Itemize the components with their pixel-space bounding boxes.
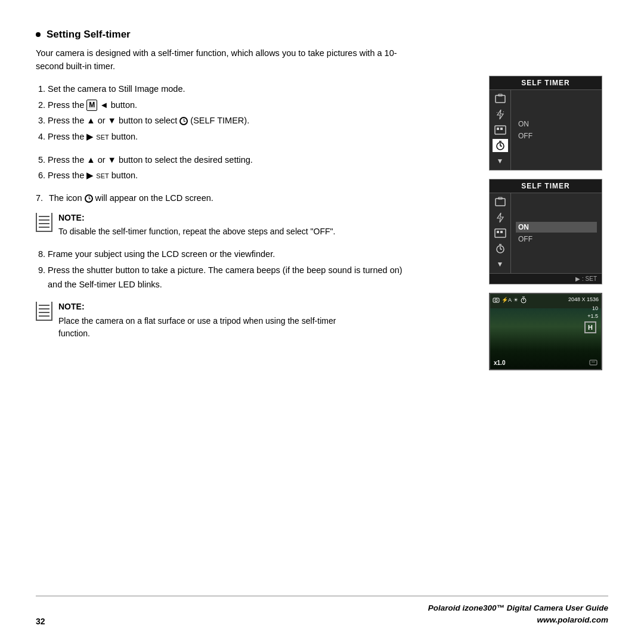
brand-website: www.polaroid.com (428, 614, 608, 626)
steps-list-2: Press the ▲ or ▼ button to select the de… (36, 153, 477, 183)
self-timer-icon-2 (85, 194, 93, 203)
note-1-content: NOTE: To disable the self-timer function… (58, 212, 335, 239)
icon-timer-2 (493, 242, 508, 255)
note-2-text: Place the camera on a flat surface or us… (58, 315, 370, 340)
lcd-number: 10 (587, 305, 598, 312)
bullet-icon (36, 32, 41, 37)
icon-flash-2 (493, 211, 508, 224)
lcd-zoom: x1.0 (494, 360, 505, 366)
step-4: Press the ▶ SET button. (48, 129, 477, 144)
step-5: Press the ▲ or ▼ button to select the de… (48, 153, 477, 168)
brand-name: Polaroid izone300™ Digital Camera User G… (428, 602, 608, 614)
note-2-line-4 (39, 315, 49, 317)
lcd-camera-icon (493, 297, 500, 303)
intro-paragraph: Your camera is designed with a self-time… (36, 47, 405, 73)
svg-marker-14 (497, 213, 503, 222)
note-1-text: To disable the self-timer function, repe… (58, 225, 335, 239)
steps-8-9: Frame your subject using the LCD screen … (36, 247, 405, 292)
note-2-box: NOTE: Place the camera on a flat surface… (36, 301, 370, 340)
lcd-preview: ⚡A ☀ 2048 X 1536 10 +1.5 H x1.0 (489, 293, 602, 370)
lcd-wb-icon: ☀ (513, 297, 518, 303)
note-1-title: NOTE: (58, 212, 335, 225)
right-column: SELF TIMER (489, 76, 608, 370)
panel-2-option-off: OFF (516, 234, 597, 244)
svg-rect-12 (496, 199, 505, 206)
lcd-res-text: 2048 X 1536 (568, 296, 599, 304)
panel-1-option-off: OFF (516, 131, 597, 141)
icon-quality (493, 123, 508, 137)
svg-point-23 (495, 299, 497, 301)
section-title: Setting Self-timer (36, 29, 608, 41)
page-footer: 32 Polaroid izone300™ Digital Camera Use… (36, 596, 608, 627)
note-line-3 (39, 223, 49, 224)
icon-flash (493, 108, 508, 121)
page-number: 32 (36, 617, 45, 626)
steps-1-4: Set the camera to Still Image mode. Pres… (36, 82, 477, 144)
note-2-content: NOTE: Place the camera on a flat surface… (58, 301, 370, 340)
icon-mode-2 (493, 196, 508, 209)
step-1: Set the camera to Still Image mode. (48, 82, 477, 97)
m-button: M (86, 100, 97, 111)
step-7-container: 7. The icon will appear on the LCD scree… (36, 191, 370, 206)
svg-line-4 (503, 112, 504, 112)
lcd-status-icons: ⚡A ☀ (493, 296, 527, 304)
panel-1-option-on: ON (516, 119, 597, 129)
panel-2-options: ON OFF (511, 193, 602, 273)
main-content: Set the camera to Still Image mode. Pres… (36, 82, 608, 370)
step-7-num: 7. (36, 193, 43, 203)
step-8: Frame your subject using the LCD screen … (48, 247, 405, 262)
lcd-right-info: 10 +1.5 (587, 305, 598, 320)
note-line-2 (39, 219, 49, 221)
panel-2-footer: ▶ : SET (490, 273, 602, 284)
panel-1-icons: ▼ (490, 90, 511, 170)
step-6: Press the ▶ SET button. (48, 168, 477, 183)
panel-1-options: ON OFF (511, 90, 602, 170)
step-3: Press the ▲ or ▼ button to select (SELF … (48, 113, 477, 128)
lcd-timer-icon (520, 296, 527, 304)
self-timer-panel-2: SELF TIMER (489, 179, 602, 284)
lcd-exposure: +1.5 (587, 312, 598, 320)
lcd-top-bar: ⚡A ☀ 2048 X 1536 (493, 296, 599, 304)
lcd-flash-mode: ⚡A (501, 297, 512, 303)
lcd-bottom-bar: x1.0 (494, 360, 597, 367)
note-2-line-2 (39, 308, 49, 309)
steps-5-6: Press the ▲ or ▼ button to select the de… (36, 153, 477, 183)
lcd-h-indicator: H (584, 321, 596, 333)
step-7-text: The icon will appear on the LCD screen. (49, 193, 213, 203)
panel-2-body: ▼ ON OFF (490, 193, 602, 273)
svg-rect-17 (500, 231, 503, 233)
self-timer-panel-1: SELF TIMER (489, 76, 602, 171)
steps-column: Set the camera to Still Image mode. Pres… (36, 82, 477, 370)
icon-nav-down: ▼ (493, 154, 508, 168)
lcd-resolution: 2048 X 1536 (568, 296, 599, 304)
svg-rect-27 (590, 360, 597, 365)
note-1-icon (36, 213, 52, 232)
note-2-title: NOTE: (58, 301, 370, 314)
self-timer-symbol (179, 117, 188, 125)
icon-mode (493, 92, 508, 106)
svg-rect-0 (496, 95, 505, 103)
panel-2-option-on: ON (516, 222, 597, 233)
panel-1-header: SELF TIMER (490, 76, 602, 90)
step-9: Press the shutter button to take a pictu… (48, 263, 405, 292)
svg-marker-2 (497, 110, 503, 119)
steps-list-1: Set the camera to Still Image mode. Pres… (36, 82, 477, 144)
step-2: Press the M ◄ button. (48, 98, 477, 113)
panel-2-icons: ▼ (490, 193, 511, 273)
brand-info: Polaroid izone300™ Digital Camera User G… (428, 602, 608, 627)
note-line-4 (39, 227, 49, 228)
note-1-box: NOTE: To disable the self-timer function… (36, 212, 370, 239)
svg-rect-7 (500, 128, 503, 130)
svg-rect-16 (497, 231, 499, 233)
steps-list-3: Frame your subject using the LCD screen … (36, 247, 405, 292)
icon-quality-2 (493, 227, 508, 240)
note-2-line-3 (39, 312, 49, 313)
lcd-mode-icon (589, 360, 597, 367)
svg-line-3 (497, 112, 497, 113)
title-text: Setting Self-timer (47, 29, 131, 41)
note-line-1 (39, 216, 49, 217)
icon-nav-down-2: ▼ (493, 258, 508, 271)
page: Setting Self-timer Your camera is design… (0, 0, 644, 644)
svg-rect-6 (497, 128, 499, 130)
panel-2-header: SELF TIMER (490, 179, 602, 193)
